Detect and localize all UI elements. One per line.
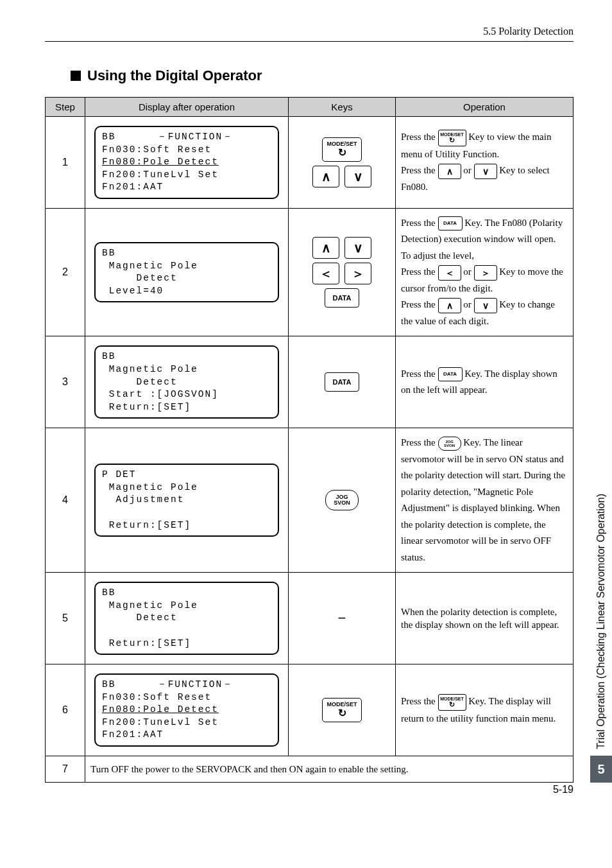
side-tab-number: 5 xyxy=(590,756,612,783)
up-key-icon: ∧ xyxy=(438,164,461,179)
table-row: 4 P DET Magnetic Pole Adjustment Return:… xyxy=(46,428,574,573)
page-header: 5.5 Polarity Detection xyxy=(45,26,574,42)
modeset-key-icon: MODE/SET↻ xyxy=(438,694,466,711)
op-text: Press the xyxy=(401,165,438,175)
bullet-icon xyxy=(71,71,81,81)
down-key-icon: ∨ xyxy=(344,166,371,187)
op-text: Press the xyxy=(401,266,438,277)
step-num: 4 xyxy=(46,428,85,573)
right-key-icon: ＞ xyxy=(474,265,497,281)
op-text: When the polarity detection is complete,… xyxy=(401,607,559,630)
op-text: Press the xyxy=(401,132,438,142)
loop-arrow-icon: ↻ xyxy=(338,708,346,718)
section-title: Using the Digital Operator xyxy=(45,67,574,84)
lcd-display: BB －FUNCTION－ Fn030:Soft Reset Fn080:Pol… xyxy=(94,673,279,747)
modeset-key-icon: MODE/SET ↻ xyxy=(322,137,362,162)
th-keys: Keys xyxy=(289,98,396,117)
lcd-display: BB Magnetic Pole Detect Start :[JOGSVON]… xyxy=(94,345,279,419)
table-row: 1 BB －FUNCTION－ Fn030:Soft Reset Fn080:P… xyxy=(46,117,574,209)
op-text: or xyxy=(463,266,473,277)
op-text: Press the xyxy=(401,437,438,447)
op-text: Turn OFF the power to the SERVOPACK and … xyxy=(85,756,574,782)
op-text: or xyxy=(463,165,473,175)
up-key-icon: ∧ xyxy=(312,237,339,259)
op-text: Press the xyxy=(401,696,438,706)
side-tab: Trial Operation (Checking Linear Servomo… xyxy=(590,494,612,783)
table-row: 6 BB －FUNCTION－ Fn030:Soft Reset Fn080:P… xyxy=(46,664,574,756)
right-key-icon: ＞ xyxy=(344,263,371,284)
lcd-display: BB －FUNCTION－ Fn030:Soft Reset Fn080:Pol… xyxy=(94,126,279,199)
table-row: 2 BB Magnetic Pole Detect Level=40 ∧ ∨ ＜… xyxy=(46,208,574,336)
down-key-icon: ∨ xyxy=(474,298,497,313)
jog-svon-key-icon: JOGSVON xyxy=(325,490,359,510)
op-text: or xyxy=(463,299,473,309)
lcd-display: P DET Magnetic Pole Adjustment Return:[S… xyxy=(94,464,279,537)
page-number: 5-19 xyxy=(553,784,574,795)
up-key-icon: ∧ xyxy=(312,166,339,187)
up-key-icon: ∧ xyxy=(438,298,461,313)
data-key-icon: DATA xyxy=(438,216,463,230)
step-num: 2 xyxy=(46,208,85,336)
op-text: Press the xyxy=(401,369,438,379)
table-row: 5 BB Magnetic Pole Detect Return:[SET] −… xyxy=(46,573,574,664)
data-key-icon: DATA xyxy=(325,372,359,392)
step-num: 5 xyxy=(46,573,85,664)
step-num: 6 xyxy=(46,664,85,756)
step-num: 7 xyxy=(46,756,85,782)
lcd-display: BB Magnetic Pole Detect Return:[SET] xyxy=(94,582,279,655)
operation-table: Step Display after operation Keys Operat… xyxy=(45,97,574,783)
modeset-key-icon: MODE/SET↻ xyxy=(438,130,466,146)
modeset-key-icon: MODE/SET ↻ xyxy=(322,698,362,722)
op-text: To adjust the level, xyxy=(401,248,568,265)
left-key-icon: ＜ xyxy=(438,265,461,281)
jog-svon-key-icon: JOGSVON xyxy=(438,437,461,451)
down-key-icon: ∨ xyxy=(344,237,371,259)
no-key-dash: − xyxy=(338,610,346,626)
th-step: Step xyxy=(46,98,85,117)
data-key-icon: DATA xyxy=(325,288,359,308)
section-title-text: Using the Digital Operator xyxy=(87,67,262,84)
table-row: 7 Turn OFF the power to the SERVOPACK an… xyxy=(46,756,574,782)
data-key-icon: DATA xyxy=(438,367,463,381)
lcd-display: BB Magnetic Pole Detect Level=40 xyxy=(94,242,279,302)
op-text: Key. The linear servomotor will be in se… xyxy=(401,437,565,562)
left-key-icon: ＜ xyxy=(312,263,339,284)
step-num: 3 xyxy=(46,336,85,428)
th-display: Display after operation xyxy=(85,98,289,117)
down-key-icon: ∨ xyxy=(474,164,497,179)
op-text: Press the xyxy=(401,218,438,228)
side-tab-text: Trial Operation (Checking Linear Servomo… xyxy=(595,494,607,749)
step-num: 1 xyxy=(46,117,85,209)
op-text: Press the xyxy=(401,299,438,309)
th-operation: Operation xyxy=(396,98,574,117)
loop-arrow-icon: ↻ xyxy=(338,148,346,158)
table-row: 3 BB Magnetic Pole Detect Start :[JOGSVO… xyxy=(46,336,574,428)
